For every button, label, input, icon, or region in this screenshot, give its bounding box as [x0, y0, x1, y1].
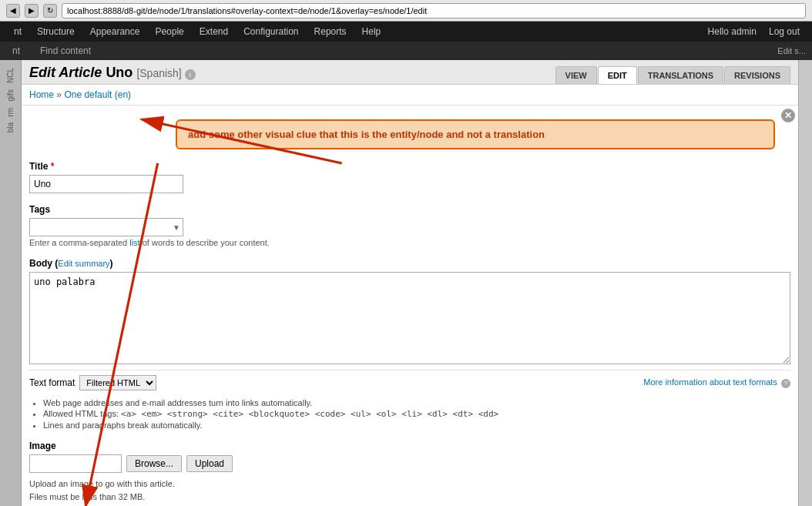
- format-left: Text format Filtered HTML: [29, 375, 156, 390]
- title-required-marker: *: [51, 161, 55, 172]
- tags-hint-suffix: of words to describe your content.: [140, 238, 270, 247]
- info-icon[interactable]: i: [185, 69, 196, 80]
- hello-admin-link[interactable]: Hello admin: [702, 23, 763, 40]
- tags-hint-link[interactable]: list: [129, 238, 139, 247]
- overlay-close-button[interactable]: ✕: [781, 109, 795, 122]
- nav-item-extend[interactable]: Extend: [192, 23, 236, 40]
- format-info-icon[interactable]: ?: [781, 379, 790, 388]
- tab-revisions[interactable]: REVISIONS: [724, 66, 790, 84]
- body-field: Body (Edit summary) uno palabra Text for…: [29, 258, 790, 430]
- browser-chrome: ◀ ▶ ↻: [0, 0, 812, 22]
- format-hint-3: Lines and paragraphs break automatically…: [43, 421, 790, 430]
- nav-item-content[interactable]: nt: [6, 23, 29, 40]
- admin-secondary-bar: nt Find content Edit s...: [0, 42, 812, 60]
- nav-item-reports[interactable]: Reports: [307, 23, 354, 40]
- nav-item-appearance[interactable]: Appearance: [82, 23, 148, 40]
- admin-nav-items: nt Structure Appearance People Extend Co…: [6, 23, 702, 40]
- refresh-button[interactable]: ↻: [43, 4, 57, 18]
- format-hints-list: Web page addresses and e-mail addresses …: [29, 398, 790, 430]
- image-field: Image Browse... Upload Upload an image t…: [29, 441, 790, 506]
- tags-field: Tags ▼ Enter a comma-separated list of w…: [29, 204, 790, 247]
- sec-nav-find-content[interactable]: Find content: [34, 43, 97, 59]
- annotation-callout: add some other visual clue that this is …: [176, 119, 775, 149]
- page-title: Edit Article Uno [Spanish]: [29, 65, 182, 84]
- image-hint-line1: Upload an image to go with this article.: [29, 478, 790, 491]
- tags-hint-prefix: Enter a comma-separated: [29, 238, 129, 247]
- tab-view[interactable]: VIEW: [555, 66, 597, 84]
- tab-translations[interactable]: TRANSLATIONS: [638, 66, 723, 84]
- nav-item-people[interactable]: People: [147, 23, 191, 40]
- more-formats-link[interactable]: More information about text formats: [643, 377, 777, 387]
- left-sidebar: NCL gifs rm bla: [0, 60, 22, 506]
- text-format-row: Text format Filtered HTML More informati…: [29, 370, 790, 395]
- format-hint-2: Allowed HTML tags: <a> <em> <strong> <ci…: [43, 409, 790, 419]
- image-hint-line3: Allowed file types: png gif jpg jpeg: [29, 503, 790, 506]
- image-label: Image: [29, 441, 790, 451]
- page-content: Edit Article Uno [Spanish] i VIEW EDIT T…: [22, 60, 798, 506]
- body-label: Body (Edit summary): [29, 258, 790, 269]
- main-layout: NCL gifs rm bla Edit Article Uno [Spanis…: [0, 60, 812, 506]
- right-sidebar: [798, 60, 812, 506]
- annotation-text: add some other visual clue that this is …: [188, 129, 545, 140]
- page-title-name-value: Uno: [106, 65, 133, 80]
- page-title-bracket-value: [Spanish]: [136, 67, 181, 79]
- breadcrumb-current[interactable]: One default (en): [64, 89, 131, 100]
- form-area: ✕ add some other visual clue that this i…: [22, 106, 798, 506]
- body-label-paren-close: ): [110, 258, 113, 269]
- body-label-text: Body: [29, 258, 52, 269]
- body-textarea[interactable]: uno palabra: [29, 272, 790, 364]
- sidebar-text-gifs: gifs: [6, 89, 15, 102]
- sidebar-text-bla: bla: [6, 122, 15, 132]
- breadcrumb-separator: »: [56, 89, 64, 100]
- tab-group: VIEW EDIT TRANSLATIONS REVISIONS: [555, 66, 790, 84]
- forward-button[interactable]: ▶: [25, 4, 39, 18]
- title-label: Title *: [29, 161, 790, 172]
- secondary-right-text: Edit s...: [777, 46, 806, 55]
- tags-input-wrapper: ▼: [29, 218, 183, 236]
- sidebar-text-rm: rm: [6, 108, 15, 117]
- title-input[interactable]: [29, 175, 183, 193]
- url-bar[interactable]: [62, 3, 806, 18]
- image-upload-row: Browse... Upload: [29, 454, 790, 473]
- admin-right-links: Hello admin Log out: [702, 23, 806, 40]
- image-hint: Upload an image to go with this article.…: [29, 478, 790, 506]
- tags-hint: Enter a comma-separated list of words to…: [29, 238, 790, 247]
- page-header: Edit Article Uno [Spanish] i VIEW EDIT T…: [22, 60, 798, 85]
- breadcrumb-home[interactable]: Home: [29, 89, 54, 100]
- sidebar-text-ncl: NCL: [6, 68, 15, 83]
- title-field: Title *: [29, 161, 790, 193]
- format-right: More information about text formats ?: [643, 377, 790, 388]
- page-title-action: Edit Article: [29, 65, 102, 80]
- sec-nav-content[interactable]: nt: [6, 43, 26, 59]
- nav-item-configuration[interactable]: Configuration: [236, 23, 306, 40]
- tags-input[interactable]: [29, 218, 183, 236]
- title-label-text: Title: [29, 161, 48, 172]
- format-hints: Web page addresses and e-mail addresses …: [29, 398, 790, 430]
- upload-button[interactable]: Upload: [186, 455, 233, 472]
- text-format-select[interactable]: Filtered HTML: [79, 375, 156, 390]
- image-file-input[interactable]: [29, 454, 122, 473]
- tab-edit[interactable]: EDIT: [598, 66, 637, 84]
- image-hint-line2: Files must be less than 32 MB.: [29, 491, 790, 504]
- breadcrumb: Home » One default (en): [22, 85, 798, 106]
- browse-button[interactable]: Browse...: [126, 455, 182, 472]
- tags-label: Tags: [29, 204, 790, 215]
- back-button[interactable]: ◀: [6, 4, 20, 18]
- format-hint-1: Web page addresses and e-mail addresses …: [43, 398, 790, 407]
- logout-link[interactable]: Log out: [763, 23, 806, 40]
- text-format-label: Text format: [29, 377, 75, 388]
- admin-nav-bar: nt Structure Appearance People Extend Co…: [0, 22, 812, 42]
- nav-item-structure[interactable]: Structure: [29, 23, 82, 40]
- nav-item-help[interactable]: Help: [354, 23, 389, 40]
- edit-summary-link[interactable]: Edit summary: [58, 259, 109, 268]
